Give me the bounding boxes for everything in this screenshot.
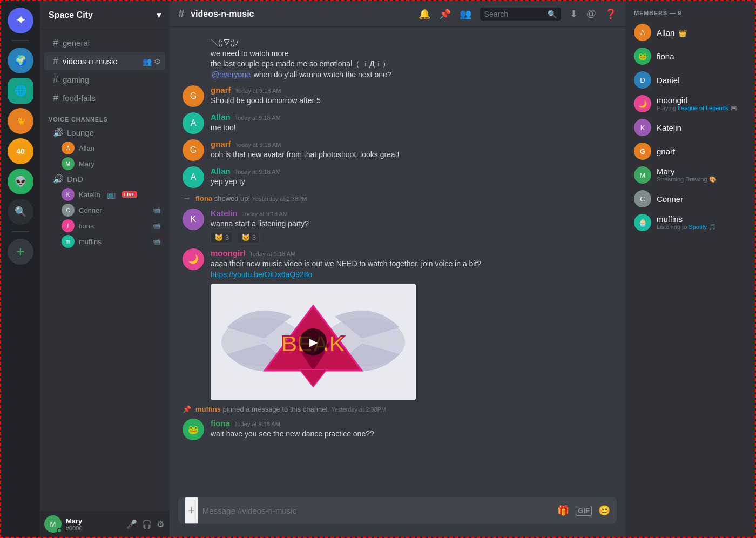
server-icon-cat[interactable]: 🐈 [8,108,33,134]
youtube-link[interactable]: https://youtu.be/OiDx6aQ928o [211,270,312,279]
server-icon-planet[interactable]: 🌍 [8,48,33,73]
channel-list: # general # videos-n-music 👥 ⚙ # gaming … [40,29,170,511]
member-item-katelin[interactable]: K Katelin [630,116,751,139]
server-divider-2 [12,231,29,232]
channel-item-general[interactable]: # general [44,34,165,52]
avatar-member-conner: C [634,190,651,207]
members-button[interactable]: 👥 [460,8,471,20]
channel-header: # videos-n-music 🔔 📌 👥 Search 🔍 ⬇ @ ❓ [170,1,625,27]
hash-icon: # [53,37,58,49]
msg-header-moongirl: moongirl Today at 9:18 AM [211,248,612,258]
gift-button[interactable]: 🎁 [557,505,569,516]
system-message-fiona: → fiona showed up! Yesterday at 2:38PM [178,191,617,205]
msg-timestamp-moongirl: Today at 9:18 AM [249,251,295,257]
member-item-gnarf[interactable]: G gnarf [630,139,751,163]
server-header[interactable]: Space City ▾ [40,1,170,29]
settings-icon[interactable]: ⚙ [154,57,161,66]
voice-member-katelin[interactable]: K Katelin 📺 LIVE [44,187,165,202]
msg-author-katelin[interactable]: Katelin [211,209,238,218]
attach-button[interactable]: + [185,497,198,524]
server-icon-space[interactable]: 🌐 [8,78,33,104]
msg-author-fiona[interactable]: fiona [211,419,230,428]
member-item-moongirl[interactable]: 🌙 moongirl Playing League of Legends 🎮 [630,92,751,116]
user-area: M Mary #0000 🎤 🎧 ⚙ [40,511,170,537]
video-embed[interactable]: BEAK ▶ [211,284,416,400]
member-item-daniel[interactable]: D Daniel [630,68,751,92]
voice-channel-lounge[interactable]: 🔊 Lounge [44,125,165,140]
search-box[interactable]: Search 🔍 [480,8,561,21]
video-icon-conner: 📹 [153,206,161,214]
message-input[interactable] [202,500,553,522]
inbox-button[interactable]: ⬇ [570,8,578,20]
gif-button[interactable]: GIF [576,506,592,516]
voice-channel-dnd[interactable]: 🔊 DnD [44,172,165,186]
help-button[interactable]: ❓ [605,8,617,20]
msg-text-gnarf2: ooh is that new avatar from that photosh… [211,150,612,160]
add-member-icon[interactable]: 👥 [143,57,152,66]
member-item-mary[interactable]: M Mary Streaming Drawing 🎨 [630,163,751,187]
speaker-icon-2: 🔊 [53,174,64,184]
server-icon-alien[interactable]: 👽 [8,169,33,194]
mention-button[interactable]: @ [586,8,596,19]
member-info-gnarf: gnarf [657,147,746,156]
member-item-muffins[interactable]: 🧁 muffins Listening to Spotify 🎵 [630,211,751,234]
voice-member-mary[interactable]: M Mary [44,156,165,171]
voice-member-conner[interactable]: C Conner 📹 [44,203,165,218]
msg-content-gnarf1: gnarf Today at 9:18 AM Should be good to… [211,85,612,107]
mute-button[interactable]: 🎤 [125,518,138,530]
voice-member-name-mary: Mary [79,160,94,168]
avatar-fiona: 🐸 [183,419,204,440]
server-icon-search[interactable]: 🔍 [8,199,33,225]
msg-author-gnarf2[interactable]: gnarf [211,139,231,149]
msg-timestamp-allan1: Today at 9:18 AM [235,115,281,121]
input-icons: 🎁 GIF 😊 [557,505,610,516]
voice-member-allan[interactable]: A Allan [44,140,165,156]
member-item-fiona[interactable]: 🐸 fiona [630,44,751,68]
msg-header-gnarf1: gnarf Today at 9:18 AM [211,85,612,95]
video-icon-fiona: 📹 [153,222,161,230]
discord-icon[interactable]: ✦ [8,8,33,33]
server-icon-40[interactable]: 40 [8,138,33,164]
game-name-moongirl: League of Legends [678,105,728,111]
pin-button[interactable]: 📌 [439,8,451,20]
system-user-muffins[interactable]: muffins [195,405,221,413]
msg-timestamp-katelin: Today at 9:18 AM [242,211,288,217]
reaction-cat1[interactable]: 🐱 3 [211,232,233,243]
voice-member-muffins[interactable]: m muffins 📹 [44,234,165,249]
msg-author-moongirl[interactable]: moongirl [211,248,245,258]
msg-author-allan2[interactable]: Allan [211,166,231,176]
member-item-allan[interactable]: A Allan 👑 [630,21,751,44]
add-server-button[interactable]: + [8,239,33,265]
msg-text-allan2: yep yep ty [211,177,612,187]
settings-button[interactable]: ⚙ [156,518,165,530]
channel-action-icons: 👥 ⚙ [143,57,161,66]
msg-header-katelin: Katelin Today at 9:18 AM [211,209,612,218]
hash-icon-2: # [53,56,58,67]
channel-item-gaming[interactable]: # gaming [44,71,165,89]
msg-timestamp-gnarf1: Today at 9:18 AM [235,88,281,94]
deafen-button[interactable]: 🎧 [140,518,153,530]
voice-member-fiona[interactable]: f fiona 📹 [44,218,165,233]
avatar-member-moongirl: 🌙 [634,95,651,112]
member-item-conner[interactable]: C Conner [630,187,751,211]
channel-name-general: general [63,38,90,48]
notifications-button[interactable]: 🔔 [418,8,430,20]
system-user-fiona[interactable]: fiona [195,194,212,203]
channel-item-videos-n-music[interactable]: # videos-n-music 👥 ⚙ [44,52,165,70]
msg-author-allan1[interactable]: Allan [211,112,231,122]
user-tag: #0000 [66,525,121,532]
channel-item-food-fails[interactable]: # food-fails [44,89,165,107]
everyone-mention[interactable]: @everyone [211,70,252,79]
msg-author-gnarf1[interactable]: gnarf [211,85,231,95]
channel-header-name: videos-n-music [191,9,254,19]
play-button[interactable]: ▶ [300,328,327,355]
avatar-allan2: A [183,166,204,188]
beak-embed-container: BEAK ▶ [211,284,416,400]
pinned-system-message: 📌 muffins pinned a message to this chann… [178,403,617,415]
emoji-button[interactable]: 😊 [598,505,610,516]
user-controls: 🎤 🎧 ⚙ [125,518,165,530]
member-name-muffins: muffins [657,214,746,224]
reaction-cat2[interactable]: 🐱 3 [238,232,260,243]
avatar-member-gnarf: G [634,143,651,160]
avatar-member-daniel: D [634,71,651,89]
